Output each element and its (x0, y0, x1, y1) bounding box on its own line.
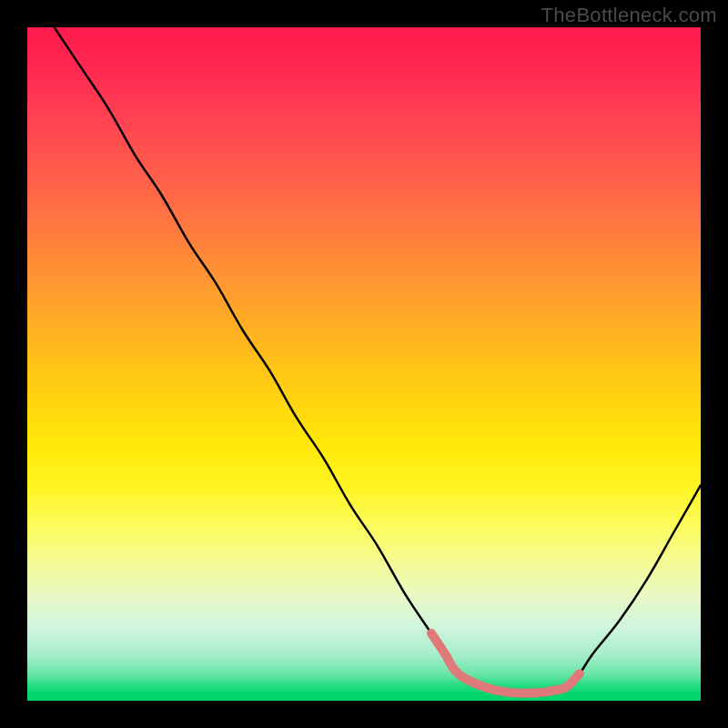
bottleneck-curve-black (55, 27, 701, 693)
watermark-text: TheBottleneck.com (541, 4, 717, 27)
bottleneck-curve-red-accent (431, 633, 580, 693)
curves-svg (27, 27, 701, 701)
plot-area (27, 27, 701, 701)
